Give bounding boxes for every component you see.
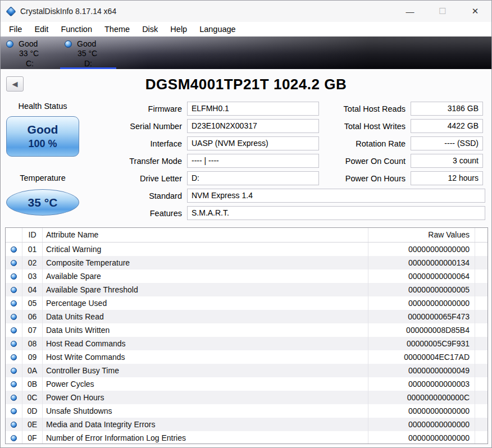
attribute-raw-value: 00000000000134 xyxy=(368,256,475,269)
attribute-name: Data Units Written xyxy=(43,323,368,337)
window-title: CrystalDiskInfo 8.17.14 x64 xyxy=(20,7,116,16)
field-label: Serial Number xyxy=(85,122,185,131)
app-icon xyxy=(6,6,16,16)
table-row: 0B Power Cycles 00000000000003 xyxy=(6,377,488,391)
field-drive-letter: Drive Letter D: xyxy=(85,171,319,185)
field-features: Features S.M.A.R.T. xyxy=(85,206,485,220)
drive-letter-label: D: xyxy=(59,59,117,69)
attribute-raw-value: 00000000000000 xyxy=(368,418,475,431)
table-row: 02 Composite Temperature 00000000000134 xyxy=(6,256,488,269)
temperature-button[interactable]: 35 °C xyxy=(6,189,79,216)
drive-temp-label: 35 °C xyxy=(59,49,117,59)
smart-attributes-table: ID Attribute Name Raw Values 01 Critical… xyxy=(5,227,488,444)
attribute-id: 06 xyxy=(22,310,43,323)
attribute-id: 02 xyxy=(22,256,43,269)
field-label: Total Host Reads xyxy=(318,104,408,113)
health-status-value: Good xyxy=(28,122,58,137)
drive-model-title: DGSM4001TP21T 1024.2 GB xyxy=(1,76,491,93)
attribute-name: Available Spare xyxy=(43,269,368,283)
attribute-id: 07 xyxy=(22,323,43,337)
drive-selector-bar: Good 33 °C C: Good 35 °C D: xyxy=(1,36,491,69)
drive-temp-label: 33 °C xyxy=(1,49,59,59)
attribute-name: Host Read Commands xyxy=(43,337,368,350)
field-value-box: NVM Express 1.4 xyxy=(187,189,485,203)
drive-letter-label: C: xyxy=(1,59,59,69)
attribute-raw-value: 0000000000000C xyxy=(368,391,475,404)
status-good-icon xyxy=(11,354,17,360)
drive-status-good-icon xyxy=(6,40,13,48)
table-row: 03 Available Spare 00000000000064 xyxy=(6,269,488,283)
attribute-raw-value: 00000005C9F931 xyxy=(368,337,475,350)
attribute-raw-value: 00000000000000 xyxy=(368,243,475,256)
attribute-name-column-header: Attribute Name xyxy=(43,228,368,242)
drive-tab-d[interactable]: Good 35 °C D: xyxy=(59,36,117,69)
table-row: 08 Host Read Commands 00000005C9F931 xyxy=(6,337,488,350)
drive-status-label: Good xyxy=(19,39,38,48)
attribute-name: Host Write Commands xyxy=(43,350,368,364)
attribute-name: Power On Hours xyxy=(43,391,368,404)
table-row: 04 Available Spare Threshold 00000000000… xyxy=(6,283,488,296)
minimize-button[interactable]: — xyxy=(394,1,426,22)
menu-function[interactable]: Function xyxy=(54,22,98,36)
menu-edit[interactable]: Edit xyxy=(28,22,54,36)
menu-theme[interactable]: Theme xyxy=(98,22,136,36)
field-value-box: 4422 GB xyxy=(411,119,483,133)
field-label: Drive Letter xyxy=(85,174,185,183)
menu-language[interactable]: Language xyxy=(193,22,242,36)
attribute-raw-value: 00000000000000 xyxy=(368,431,475,444)
field-label: Rotation Rate xyxy=(318,139,408,148)
temperature-label: Temperature xyxy=(6,173,79,182)
attribute-raw-value: 0000000065F473 xyxy=(368,310,475,323)
attribute-name: Power Cycles xyxy=(43,377,368,391)
field-label: Firmware xyxy=(85,104,185,113)
field-value-box: ---- (SSD) xyxy=(411,136,483,150)
field-firmware: Firmware ELFMH0.1 xyxy=(85,102,319,116)
attribute-raw-value: 00000000000003 xyxy=(368,377,475,391)
attribute-name: Available Spare Threshold xyxy=(43,283,368,296)
health-status-label: Health Status xyxy=(6,102,79,111)
status-good-icon xyxy=(11,327,17,333)
status-good-icon xyxy=(11,287,17,293)
table-row: 0A Controller Busy Time 00000000000049 xyxy=(6,364,488,377)
attribute-raw-value: 00000000000049 xyxy=(368,364,475,377)
field-serial-number: Serial Number D23E10N2X00317 xyxy=(85,119,319,133)
table-row: 0D Unsafe Shutdowns 00000000000000 xyxy=(6,404,488,418)
field-value-box: ELFMH0.1 xyxy=(187,102,319,116)
attribute-raw-value: 00000000000005 xyxy=(368,283,475,296)
attribute-id: 0A xyxy=(22,364,43,377)
attribute-id: 0C xyxy=(22,391,43,404)
field-label: Interface xyxy=(85,139,185,148)
status-column-header xyxy=(6,228,22,242)
table-row: 05 Percentage Used 00000000000000 xyxy=(6,296,488,310)
field-total-host-reads: Total Host Reads 3186 GB xyxy=(318,102,483,116)
maximize-button[interactable]: ☐ xyxy=(426,1,459,22)
id-column-header: ID xyxy=(22,228,43,242)
field-value-box: 3186 GB xyxy=(411,102,483,116)
attribute-id: 04 xyxy=(22,283,43,296)
menu-disk[interactable]: Disk xyxy=(136,22,164,36)
health-status-button[interactable]: Good 100 % xyxy=(6,116,79,157)
field-rotation-rate: Rotation Rate ---- (SSD) xyxy=(318,136,483,150)
status-good-icon xyxy=(11,395,17,401)
close-button[interactable]: ✕ xyxy=(459,1,491,22)
main-content: ◀ DGSM4001TP21T 1024.2 GB Health Status … xyxy=(1,69,491,447)
drive-tab-c[interactable]: Good 33 °C C: xyxy=(1,36,59,69)
field-power-on-count: Power On Count 3 count xyxy=(318,154,483,168)
attribute-raw-value: 00000000000000 xyxy=(368,404,475,418)
table-row: 0C Power On Hours 0000000000000C xyxy=(6,391,488,404)
field-interface: Interface UASP (NVM Express) xyxy=(85,136,319,150)
attribute-id: 03 xyxy=(22,269,43,283)
field-value-box: 12 hours xyxy=(411,171,483,185)
health-percent-value: 100 % xyxy=(28,137,57,150)
status-good-icon xyxy=(11,314,17,320)
attribute-id: 01 xyxy=(22,243,43,256)
menu-file[interactable]: File xyxy=(3,22,28,36)
table-header: ID Attribute Name Raw Values xyxy=(6,228,488,243)
field-standard: Standard NVM Express 1.4 xyxy=(85,189,485,203)
field-transfer-mode: Transfer Mode ---- | ---- xyxy=(85,154,319,168)
attribute-id: 08 xyxy=(22,337,43,350)
status-good-icon xyxy=(11,408,17,414)
menu-help[interactable]: Help xyxy=(164,22,193,36)
field-label: Power On Count xyxy=(318,157,408,166)
attribute-id: 0D xyxy=(22,404,43,418)
